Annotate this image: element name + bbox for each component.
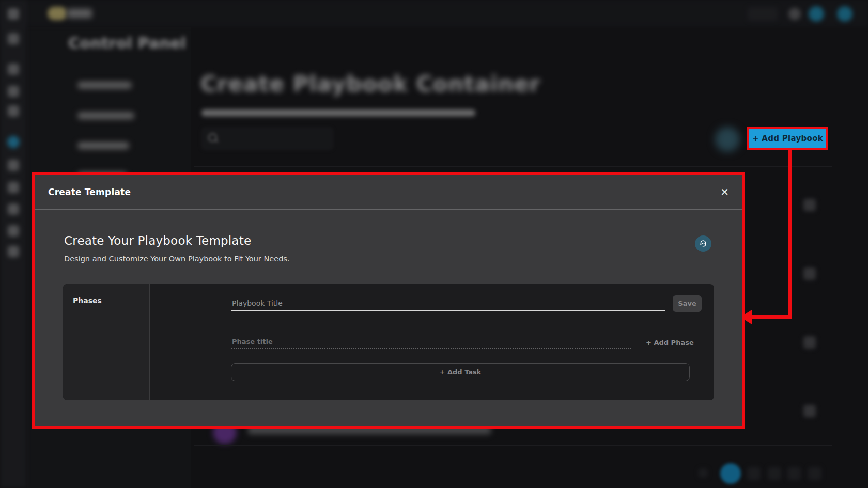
save-button[interactable]: Save bbox=[673, 295, 702, 312]
modal-subheading: Design and Customize Your Own Playbook t… bbox=[64, 255, 290, 263]
add-task-button[interactable]: + Add Task bbox=[231, 363, 690, 381]
app-window: Control Panel Create Playbook Container bbox=[0, 0, 868, 488]
playbook-title-input[interactable] bbox=[231, 296, 665, 311]
annotation-connector-vertical bbox=[788, 150, 792, 317]
add-playbook-button[interactable]: + Add Playbook bbox=[747, 127, 828, 150]
phase-row: + Add Phase + Add Task bbox=[150, 323, 714, 400]
add-phase-button[interactable]: + Add Phase bbox=[646, 339, 694, 347]
modal-header: Create Template ✕ bbox=[35, 175, 742, 210]
create-template-modal: Create Template ✕ Create Your Playbook T… bbox=[32, 172, 745, 429]
phases-label: Phases bbox=[73, 296, 102, 305]
form-area: Save + Add Phase + Add Task bbox=[150, 284, 714, 400]
annotation-connector-horizontal bbox=[749, 315, 792, 319]
chatbot-icon[interactable] bbox=[695, 235, 711, 252]
close-icon[interactable]: ✕ bbox=[720, 187, 729, 197]
modal-heading: Create Your Playbook Template bbox=[64, 234, 251, 247]
template-form-panel: Phases Save + Add Phase + Add Task bbox=[63, 284, 714, 400]
phase-title-input[interactable] bbox=[231, 336, 631, 349]
modal-title: Create Template bbox=[48, 187, 131, 197]
playbook-title-row: Save bbox=[150, 284, 714, 323]
phases-panel: Phases bbox=[63, 284, 150, 400]
